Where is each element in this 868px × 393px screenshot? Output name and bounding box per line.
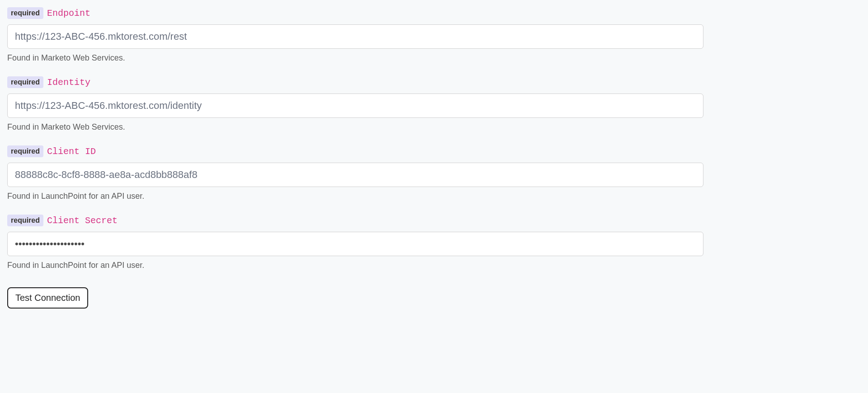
client-secret-label-row: required Client Secret <box>7 215 703 226</box>
client-id-label-row: required Client ID <box>7 145 703 157</box>
endpoint-label-row: required Endpoint <box>7 7 703 19</box>
client-secret-label: Client Secret <box>47 215 118 226</box>
client-secret-help: Found in LaunchPoint for an API user. <box>7 261 703 270</box>
identity-group: required Identity Found in Marketo Web S… <box>7 76 703 132</box>
identity-label: Identity <box>47 77 90 88</box>
test-connection-button[interactable]: Test Connection <box>7 287 88 309</box>
endpoint-help: Found in Marketo Web Services. <box>7 53 703 63</box>
identity-help: Found in Marketo Web Services. <box>7 122 703 132</box>
client-id-input[interactable] <box>7 163 703 187</box>
client-id-help: Found in LaunchPoint for an API user. <box>7 192 703 201</box>
required-badge: required <box>7 76 43 88</box>
identity-label-row: required Identity <box>7 76 703 88</box>
connection-form: required Endpoint Found in Marketo Web S… <box>7 7 703 309</box>
endpoint-label: Endpoint <box>47 8 90 19</box>
required-badge: required <box>7 215 43 226</box>
endpoint-input[interactable] <box>7 24 703 49</box>
endpoint-group: required Endpoint Found in Marketo Web S… <box>7 7 703 63</box>
required-badge: required <box>7 7 43 19</box>
identity-input[interactable] <box>7 94 703 118</box>
client-secret-input[interactable] <box>7 232 703 256</box>
required-badge: required <box>7 145 43 157</box>
client-id-group: required Client ID Found in LaunchPoint … <box>7 145 703 201</box>
client-id-label: Client ID <box>47 146 96 157</box>
client-secret-group: required Client Secret Found in LaunchPo… <box>7 215 703 270</box>
